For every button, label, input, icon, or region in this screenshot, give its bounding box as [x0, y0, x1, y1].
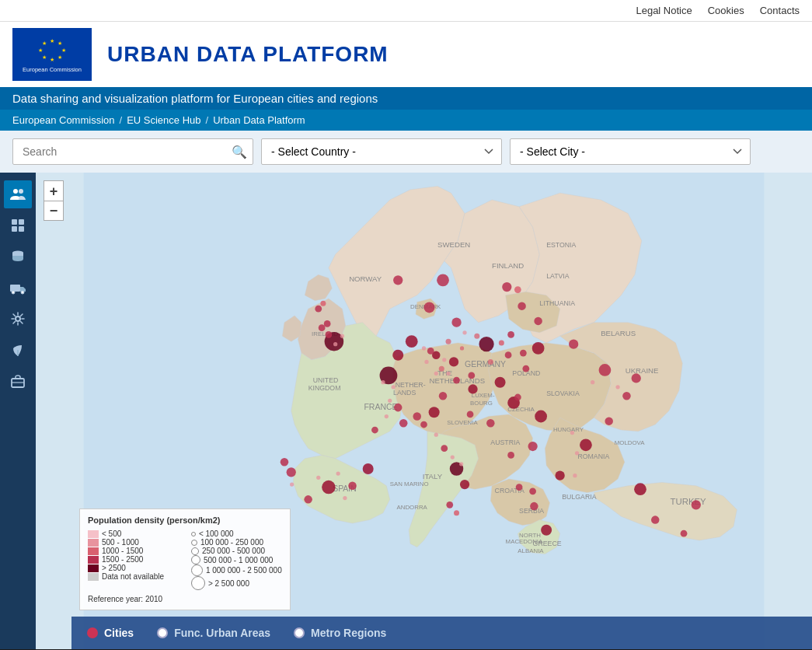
contacts-link[interactable]: Contacts — [760, 5, 800, 16]
svg-text:LUXEM-BOURG: LUXEM-BOURG — [470, 392, 495, 407]
svg-point-129 — [529, 488, 536, 494]
svg-text:★: ★ — [42, 54, 47, 60]
svg-point-138 — [446, 372, 450, 376]
svg-point-130 — [446, 339, 451, 344]
tab-func-urban[interactable]: Func. Urban Areas — [157, 627, 270, 639]
svg-point-134 — [474, 334, 479, 339]
svg-point-117 — [499, 340, 504, 345]
svg-point-115 — [505, 351, 512, 358]
svg-text:AUSTRIA: AUSTRIA — [490, 439, 520, 446]
legend: Population density (person/km2) < 500 50… — [79, 508, 291, 610]
svg-point-147 — [385, 414, 389, 418]
legend-swatch-3 — [88, 547, 99, 555]
legend-circle-6 — [191, 576, 205, 590]
map-container[interactable]: NORWAY SWEDEN FINLAND ESTONIA LATVIA LIT… — [36, 173, 812, 649]
svg-text:ALBANIA: ALBANIA — [518, 547, 544, 554]
svg-point-123 — [634, 483, 646, 495]
database-icon — [10, 249, 26, 264]
breadcrumb-sep1: / — [120, 114, 123, 126]
svg-text:SAN MARINO: SAN MARINO — [390, 481, 429, 488]
svg-point-72 — [502, 282, 511, 292]
svg-text:ANDORRA: ANDORRA — [396, 504, 427, 511]
city-select[interactable]: - Select City - — [510, 138, 751, 165]
sidebar-grid[interactable] — [4, 211, 32, 239]
svg-point-107 — [326, 331, 333, 338]
country-select[interactable]: - Select Country - — [261, 138, 502, 165]
legend-density-2: 500 - 1000 — [88, 538, 179, 547]
svg-point-143 — [459, 462, 463, 466]
legal-notice-link[interactable]: Legal Notice — [636, 5, 692, 16]
svg-point-125 — [681, 530, 688, 537]
legend-size-5: 1 000 000 - 2 500 000 — [191, 564, 282, 576]
svg-text:ROMANIA: ROMANIA — [577, 453, 609, 460]
svg-rect-16 — [10, 285, 20, 292]
sidebar-leaf[interactable] — [4, 336, 32, 364]
legend-circle-1 — [191, 532, 196, 536]
svg-point-131 — [439, 366, 444, 372]
svg-point-64 — [406, 335, 418, 348]
svg-point-67 — [532, 342, 545, 355]
svg-point-69 — [535, 411, 547, 423]
svg-text:ESTONIA: ESTONIA — [546, 241, 576, 249]
svg-point-124 — [651, 515, 660, 524]
legend-swatch-4 — [88, 556, 99, 564]
svg-point-104 — [446, 501, 453, 508]
svg-point-80 — [429, 407, 440, 418]
svg-point-97 — [304, 495, 312, 504]
sidebar-gear[interactable] — [4, 305, 32, 333]
svg-point-18 — [21, 291, 24, 294]
sidebar-people[interactable] — [4, 180, 32, 208]
svg-point-95 — [460, 480, 469, 489]
svg-text:GREECE: GREECE — [533, 540, 562, 547]
search-button[interactable]: 🔍 — [232, 145, 247, 159]
legend-density-6: Data not available — [88, 572, 179, 581]
svg-point-154 — [575, 451, 579, 455]
svg-point-137 — [422, 346, 426, 350]
svg-point-101 — [413, 412, 421, 421]
bottom-tabs: Cities Func. Urban Areas Metro Regions — [71, 617, 812, 649]
svg-text:FINLAND: FINLAND — [492, 261, 524, 270]
sidebar-truck[interactable] — [4, 274, 32, 302]
svg-text:SWEDEN: SWEDEN — [437, 240, 470, 249]
svg-point-77 — [287, 467, 296, 477]
search-input[interactable] — [12, 138, 253, 165]
svg-text:★: ★ — [50, 57, 54, 62]
main-content: NORWAY SWEDEN FINLAND ESTONIA LATVIA LIT… — [0, 173, 812, 649]
svg-point-146 — [388, 399, 392, 403]
tab-cities[interactable]: Cities — [87, 627, 134, 639]
svg-text:★: ★ — [50, 38, 54, 44]
svg-text:★: ★ — [58, 54, 62, 60]
cookies-link[interactable]: Cookies — [708, 5, 744, 16]
sidebar-briefcase[interactable] — [4, 367, 32, 395]
svg-point-149 — [336, 471, 340, 475]
svg-point-87 — [528, 442, 537, 451]
zoom-out-button[interactable]: − — [44, 201, 64, 221]
breadcrumb-hub[interactable]: EU Science Hub — [127, 114, 200, 126]
sidebar-database[interactable] — [4, 243, 32, 271]
tab-cities-label: Cities — [104, 627, 134, 639]
svg-point-9 — [13, 189, 18, 194]
svg-point-74 — [580, 439, 592, 451]
svg-point-85 — [439, 392, 448, 400]
zoom-in-button[interactable]: + — [44, 180, 64, 201]
svg-text:FRANCE: FRANCE — [364, 402, 397, 411]
tab-metro[interactable]: Metro Regions — [294, 627, 386, 639]
svg-point-75 — [541, 525, 552, 536]
legend-title: Population density (person/km2) — [88, 515, 282, 525]
breadcrumb-ec[interactable]: European Commission — [12, 114, 115, 126]
leaf-icon — [10, 342, 26, 358]
header: ★ ★ ★ ★ ★ ★ ★ ★ European Commission URBA… — [0, 22, 812, 87]
svg-point-145 — [391, 385, 395, 389]
breadcrumb-sep2: / — [206, 114, 209, 126]
svg-text:TURKEY: TURKEY — [671, 497, 707, 506]
svg-text:★: ★ — [38, 47, 43, 53]
ec-logo: ★ ★ ★ ★ ★ ★ ★ ★ European Commission — [12, 28, 92, 81]
svg-point-92 — [514, 286, 521, 293]
svg-point-156 — [615, 385, 619, 389]
svg-text:★: ★ — [42, 40, 47, 46]
legend-ref-year: Reference year: 2010 — [88, 595, 282, 603]
svg-text:HUNGARY: HUNGARY — [553, 426, 584, 433]
svg-point-93 — [514, 394, 521, 401]
svg-point-98 — [348, 482, 357, 491]
svg-point-70 — [437, 274, 449, 286]
